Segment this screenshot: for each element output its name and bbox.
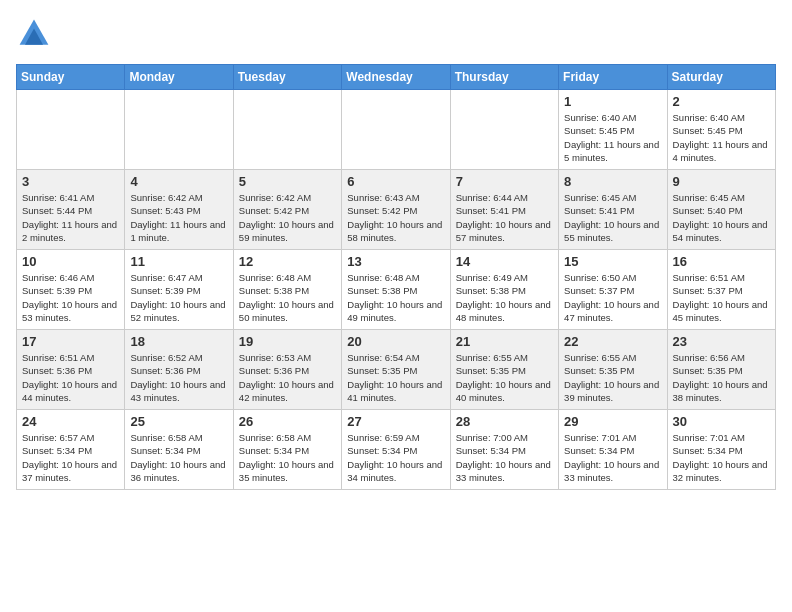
day-number: 23 <box>673 334 770 349</box>
calendar-cell <box>342 90 450 170</box>
header-tuesday: Tuesday <box>233 65 341 90</box>
calendar-cell: 14Sunrise: 6:49 AM Sunset: 5:38 PM Dayli… <box>450 250 558 330</box>
day-number: 18 <box>130 334 227 349</box>
day-number: 12 <box>239 254 336 269</box>
day-info: Sunrise: 6:42 AM Sunset: 5:42 PM Dayligh… <box>239 191 336 244</box>
calendar-cell: 30Sunrise: 7:01 AM Sunset: 5:34 PM Dayli… <box>667 410 775 490</box>
day-info: Sunrise: 6:46 AM Sunset: 5:39 PM Dayligh… <box>22 271 119 324</box>
day-number: 13 <box>347 254 444 269</box>
logo-icon <box>16 16 52 52</box>
day-info: Sunrise: 6:50 AM Sunset: 5:37 PM Dayligh… <box>564 271 661 324</box>
day-info: Sunrise: 6:57 AM Sunset: 5:34 PM Dayligh… <box>22 431 119 484</box>
header-row: SundayMondayTuesdayWednesdayThursdayFrid… <box>17 65 776 90</box>
calendar-cell: 8Sunrise: 6:45 AM Sunset: 5:41 PM Daylig… <box>559 170 667 250</box>
calendar-cell: 21Sunrise: 6:55 AM Sunset: 5:35 PM Dayli… <box>450 330 558 410</box>
calendar-cell: 22Sunrise: 6:55 AM Sunset: 5:35 PM Dayli… <box>559 330 667 410</box>
calendar-cell: 9Sunrise: 6:45 AM Sunset: 5:40 PM Daylig… <box>667 170 775 250</box>
week-row-5: 24Sunrise: 6:57 AM Sunset: 5:34 PM Dayli… <box>17 410 776 490</box>
day-number: 10 <box>22 254 119 269</box>
calendar-cell <box>450 90 558 170</box>
calendar-cell: 19Sunrise: 6:53 AM Sunset: 5:36 PM Dayli… <box>233 330 341 410</box>
day-number: 22 <box>564 334 661 349</box>
day-number: 3 <box>22 174 119 189</box>
header-friday: Friday <box>559 65 667 90</box>
header-sunday: Sunday <box>17 65 125 90</box>
calendar-cell: 16Sunrise: 6:51 AM Sunset: 5:37 PM Dayli… <box>667 250 775 330</box>
day-info: Sunrise: 6:40 AM Sunset: 5:45 PM Dayligh… <box>673 111 770 164</box>
day-info: Sunrise: 7:01 AM Sunset: 5:34 PM Dayligh… <box>673 431 770 484</box>
day-number: 19 <box>239 334 336 349</box>
day-info: Sunrise: 6:45 AM Sunset: 5:40 PM Dayligh… <box>673 191 770 244</box>
calendar-cell: 13Sunrise: 6:48 AM Sunset: 5:38 PM Dayli… <box>342 250 450 330</box>
calendar-cell: 4Sunrise: 6:42 AM Sunset: 5:43 PM Daylig… <box>125 170 233 250</box>
day-info: Sunrise: 6:43 AM Sunset: 5:42 PM Dayligh… <box>347 191 444 244</box>
day-number: 11 <box>130 254 227 269</box>
calendar-cell: 26Sunrise: 6:58 AM Sunset: 5:34 PM Dayli… <box>233 410 341 490</box>
day-info: Sunrise: 6:56 AM Sunset: 5:35 PM Dayligh… <box>673 351 770 404</box>
day-number: 9 <box>673 174 770 189</box>
day-info: Sunrise: 6:59 AM Sunset: 5:34 PM Dayligh… <box>347 431 444 484</box>
day-number: 17 <box>22 334 119 349</box>
day-number: 4 <box>130 174 227 189</box>
day-number: 20 <box>347 334 444 349</box>
day-info: Sunrise: 6:53 AM Sunset: 5:36 PM Dayligh… <box>239 351 336 404</box>
day-number: 14 <box>456 254 553 269</box>
day-info: Sunrise: 6:40 AM Sunset: 5:45 PM Dayligh… <box>564 111 661 164</box>
day-info: Sunrise: 6:51 AM Sunset: 5:36 PM Dayligh… <box>22 351 119 404</box>
calendar-cell: 11Sunrise: 6:47 AM Sunset: 5:39 PM Dayli… <box>125 250 233 330</box>
day-number: 6 <box>347 174 444 189</box>
calendar-cell <box>17 90 125 170</box>
day-number: 29 <box>564 414 661 429</box>
calendar-table: SundayMondayTuesdayWednesdayThursdayFrid… <box>16 64 776 490</box>
calendar-cell: 25Sunrise: 6:58 AM Sunset: 5:34 PM Dayli… <box>125 410 233 490</box>
calendar-cell: 28Sunrise: 7:00 AM Sunset: 5:34 PM Dayli… <box>450 410 558 490</box>
day-info: Sunrise: 6:49 AM Sunset: 5:38 PM Dayligh… <box>456 271 553 324</box>
day-info: Sunrise: 6:54 AM Sunset: 5:35 PM Dayligh… <box>347 351 444 404</box>
page-header <box>16 16 776 52</box>
header-wednesday: Wednesday <box>342 65 450 90</box>
day-info: Sunrise: 6:52 AM Sunset: 5:36 PM Dayligh… <box>130 351 227 404</box>
day-number: 1 <box>564 94 661 109</box>
day-number: 27 <box>347 414 444 429</box>
calendar-cell <box>125 90 233 170</box>
day-info: Sunrise: 7:01 AM Sunset: 5:34 PM Dayligh… <box>564 431 661 484</box>
day-info: Sunrise: 6:55 AM Sunset: 5:35 PM Dayligh… <box>564 351 661 404</box>
header-thursday: Thursday <box>450 65 558 90</box>
day-info: Sunrise: 6:58 AM Sunset: 5:34 PM Dayligh… <box>239 431 336 484</box>
day-info: Sunrise: 7:00 AM Sunset: 5:34 PM Dayligh… <box>456 431 553 484</box>
calendar-cell: 6Sunrise: 6:43 AM Sunset: 5:42 PM Daylig… <box>342 170 450 250</box>
calendar-body: 1Sunrise: 6:40 AM Sunset: 5:45 PM Daylig… <box>17 90 776 490</box>
day-info: Sunrise: 6:42 AM Sunset: 5:43 PM Dayligh… <box>130 191 227 244</box>
calendar-cell: 12Sunrise: 6:48 AM Sunset: 5:38 PM Dayli… <box>233 250 341 330</box>
week-row-3: 10Sunrise: 6:46 AM Sunset: 5:39 PM Dayli… <box>17 250 776 330</box>
day-info: Sunrise: 6:48 AM Sunset: 5:38 PM Dayligh… <box>347 271 444 324</box>
calendar-cell: 1Sunrise: 6:40 AM Sunset: 5:45 PM Daylig… <box>559 90 667 170</box>
week-row-4: 17Sunrise: 6:51 AM Sunset: 5:36 PM Dayli… <box>17 330 776 410</box>
day-number: 26 <box>239 414 336 429</box>
header-saturday: Saturday <box>667 65 775 90</box>
calendar-cell: 7Sunrise: 6:44 AM Sunset: 5:41 PM Daylig… <box>450 170 558 250</box>
calendar-cell: 27Sunrise: 6:59 AM Sunset: 5:34 PM Dayli… <box>342 410 450 490</box>
day-info: Sunrise: 6:47 AM Sunset: 5:39 PM Dayligh… <box>130 271 227 324</box>
day-number: 16 <box>673 254 770 269</box>
day-info: Sunrise: 6:48 AM Sunset: 5:38 PM Dayligh… <box>239 271 336 324</box>
day-number: 28 <box>456 414 553 429</box>
week-row-2: 3Sunrise: 6:41 AM Sunset: 5:44 PM Daylig… <box>17 170 776 250</box>
header-monday: Monday <box>125 65 233 90</box>
week-row-1: 1Sunrise: 6:40 AM Sunset: 5:45 PM Daylig… <box>17 90 776 170</box>
day-number: 25 <box>130 414 227 429</box>
day-info: Sunrise: 6:58 AM Sunset: 5:34 PM Dayligh… <box>130 431 227 484</box>
day-info: Sunrise: 6:45 AM Sunset: 5:41 PM Dayligh… <box>564 191 661 244</box>
calendar-cell: 24Sunrise: 6:57 AM Sunset: 5:34 PM Dayli… <box>17 410 125 490</box>
calendar-cell: 5Sunrise: 6:42 AM Sunset: 5:42 PM Daylig… <box>233 170 341 250</box>
day-number: 7 <box>456 174 553 189</box>
day-number: 24 <box>22 414 119 429</box>
calendar-cell: 23Sunrise: 6:56 AM Sunset: 5:35 PM Dayli… <box>667 330 775 410</box>
day-number: 8 <box>564 174 661 189</box>
calendar-cell: 20Sunrise: 6:54 AM Sunset: 5:35 PM Dayli… <box>342 330 450 410</box>
day-number: 30 <box>673 414 770 429</box>
calendar-cell <box>233 90 341 170</box>
day-info: Sunrise: 6:41 AM Sunset: 5:44 PM Dayligh… <box>22 191 119 244</box>
calendar-cell: 29Sunrise: 7:01 AM Sunset: 5:34 PM Dayli… <box>559 410 667 490</box>
day-number: 5 <box>239 174 336 189</box>
